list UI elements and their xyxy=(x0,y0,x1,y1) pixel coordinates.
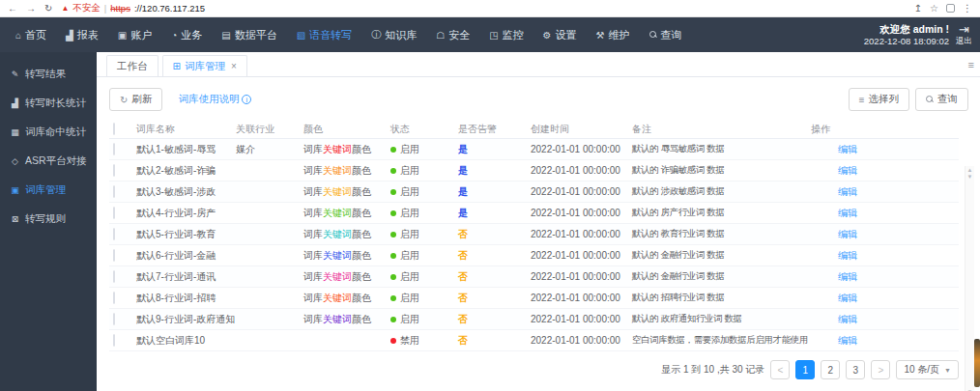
color-suffix: 颜色 xyxy=(352,293,371,303)
profile-icon[interactable] xyxy=(946,4,955,13)
created-time-cell: 2022-01-01 00:00:00 xyxy=(531,229,632,239)
security-icon: ☖ xyxy=(436,30,445,41)
sidebar-item-转写时长统计[interactable]: ▟转写时长统计 xyxy=(0,89,97,118)
sidebar-item-转写规则[interactable]: ⊠转写规则 xyxy=(0,205,97,234)
column-header: 是否告警 xyxy=(458,123,531,136)
status-dot-icon xyxy=(390,274,396,280)
tab-options-icon[interactable]: ≡ xyxy=(968,59,974,70)
nav-item-label: 首页 xyxy=(25,28,46,42)
nav-item-查询[interactable]: 查询 xyxy=(640,28,692,42)
browser-reload-icon[interactable]: ↻ xyxy=(44,4,52,14)
created-time-cell: 2022-01-01 00:00:00 xyxy=(531,144,632,154)
row-checkbox[interactable] xyxy=(113,207,115,219)
row-checkbox[interactable] xyxy=(113,143,115,155)
scroll-up-icon[interactable]: ▲ xyxy=(967,167,973,174)
table-scrollbar[interactable]: ▲▼ ▼ xyxy=(965,166,974,391)
row-checkbox[interactable] xyxy=(113,228,115,240)
select-columns-button[interactable]: ≡ 选择列 xyxy=(849,88,909,111)
row-checkbox[interactable] xyxy=(113,292,115,304)
checkbox-cell xyxy=(109,229,136,239)
tab-工作台[interactable]: 工作台 xyxy=(106,55,159,76)
page-button-2[interactable]: 2 xyxy=(821,360,840,379)
sidebar-item-词库命中统计[interactable]: ▦词库命中统计 xyxy=(0,118,97,147)
row-checkbox[interactable] xyxy=(113,313,115,325)
nav-item-label: 维护 xyxy=(609,28,630,42)
nav-item-首页[interactable]: ⌂首页 xyxy=(6,28,56,42)
speech-transcribe-icon: ▧ xyxy=(297,30,305,41)
color-prefix: 词库 xyxy=(303,208,323,218)
address-bar[interactable]: ▲ 不安全 | https ://120.76.117.215 xyxy=(61,2,905,14)
search-button[interactable]: 查询 xyxy=(915,88,968,111)
pagination-summary: 显示 1 到 10 ,共 30 记录 xyxy=(661,363,764,377)
edit-link[interactable]: 编辑 xyxy=(811,314,857,324)
next-page-button[interactable]: > xyxy=(871,360,890,379)
refresh-button[interactable]: ↻ 刷新 xyxy=(109,88,162,111)
color-keyword: 关键词 xyxy=(323,208,352,218)
security-warning-icon: ▲ xyxy=(61,4,69,13)
lexicon-name-cell: 默认空白词库10 xyxy=(136,334,236,348)
row-checkbox[interactable] xyxy=(113,249,115,262)
nav-item-设置[interactable]: ⚙设置 xyxy=(533,28,587,42)
lexicon-name-cell: 默认3-敏感词-涉政 xyxy=(136,185,236,199)
browser-back-icon[interactable]: ← xyxy=(8,4,17,14)
sidebar-item-转写结果[interactable]: ✎转写结果 xyxy=(0,60,97,89)
browser-scrollbar-thumb[interactable] xyxy=(974,339,980,387)
nav-item-报表[interactable]: ▟报表 xyxy=(56,28,108,42)
edit-link[interactable]: 编辑 xyxy=(811,208,857,218)
row-checkbox[interactable] xyxy=(113,270,115,283)
edit-link[interactable]: 编辑 xyxy=(811,165,857,176)
row-checkbox[interactable] xyxy=(113,164,115,177)
color-keyword: 关键词 xyxy=(323,271,352,282)
page-button-3[interactable]: 3 xyxy=(846,360,865,379)
edit-link[interactable]: 编辑 xyxy=(811,335,857,346)
created-time-cell: 2022-01-01 00:00:00 xyxy=(531,314,632,324)
browser-menu-kebab-icon[interactable]: ⋮ xyxy=(963,4,972,14)
column-header: 颜色 xyxy=(303,123,390,136)
lexicon-help-link[interactable]: 词库使用说明 i xyxy=(178,93,251,106)
status-dot-icon xyxy=(390,210,396,216)
nav-item-业务[interactable]: ◔业务 xyxy=(161,28,212,42)
color-keyword: 关键词 xyxy=(323,165,352,176)
scroll-down-small-icon[interactable]: ▼ xyxy=(967,174,973,181)
edit-link[interactable]: 编辑 xyxy=(811,229,857,239)
table-row: 默认2-敏感词-诈骗词库关键词颜色启用是2022-01-01 00:00:00默… xyxy=(109,160,959,182)
nav-item-语音转写[interactable]: ▧语音转写 xyxy=(287,28,361,42)
nav-item-安全[interactable]: ☖安全 xyxy=(426,28,479,42)
color-cell: 词库关键词颜色 xyxy=(303,270,390,284)
lexicon-table: 词库名称关联行业颜色状态是否告警创建时间备注操作 默认1-敏感词-辱骂媒介词库关… xyxy=(109,120,959,351)
share-icon[interactable]: ↥ xyxy=(914,4,922,14)
nav-item-账户[interactable]: ▣账户 xyxy=(108,28,161,42)
sidebar-item-ASR平台对接[interactable]: ◇ASR平台对接 xyxy=(0,147,97,176)
select-all-checkbox[interactable] xyxy=(113,123,115,135)
logout-button[interactable]: ⇥ 退出 xyxy=(956,23,972,47)
color-prefix: 词库 xyxy=(303,186,323,197)
edit-link[interactable]: 编辑 xyxy=(811,293,857,303)
tab-词库管理[interactable]: ⊞词库管理× xyxy=(162,55,247,76)
close-icon[interactable]: × xyxy=(231,61,237,71)
alert-cell: 是 xyxy=(458,207,531,220)
bookmark-star-icon[interactable]: ☆ xyxy=(930,4,938,14)
color-cell: 词库关键词颜色 xyxy=(303,185,390,199)
nav-item-监控[interactable]: ◳监控 xyxy=(479,28,533,42)
alert-cell: 否 xyxy=(458,334,531,348)
row-checkbox[interactable] xyxy=(113,334,115,347)
edit-link[interactable]: 编辑 xyxy=(811,186,857,197)
prev-page-button[interactable]: < xyxy=(770,360,790,379)
nav-item-数据平台[interactable]: ▤数据平台 xyxy=(212,28,286,42)
page-size-select[interactable]: 10 条/页 ▼ xyxy=(896,360,959,379)
browser-forward-icon[interactable]: → xyxy=(26,4,36,14)
sidebar-item-label: 转写时长统计 xyxy=(25,97,86,110)
edit-link[interactable]: 编辑 xyxy=(811,250,857,261)
page-button-1[interactable]: 1 xyxy=(795,360,815,379)
status-cell: 禁用 xyxy=(390,334,458,348)
sidebar-item-label: ASR平台对接 xyxy=(25,154,87,168)
table-row: 默认9-行业词-政府通知词库关键词颜色启用否2022-01-01 00:00:0… xyxy=(109,309,959,330)
column-header: 关联行业 xyxy=(236,123,303,136)
row-checkbox[interactable] xyxy=(113,185,115,198)
column-header: 创建时间 xyxy=(531,123,632,136)
edit-link[interactable]: 编辑 xyxy=(811,144,857,154)
nav-item-知识库[interactable]: ⓘ知识库 xyxy=(361,28,426,42)
edit-link[interactable]: 编辑 xyxy=(811,271,857,282)
nav-item-维护[interactable]: ⚒维护 xyxy=(587,28,640,42)
sidebar-item-词库管理[interactable]: ▣词库管理 xyxy=(0,176,97,205)
